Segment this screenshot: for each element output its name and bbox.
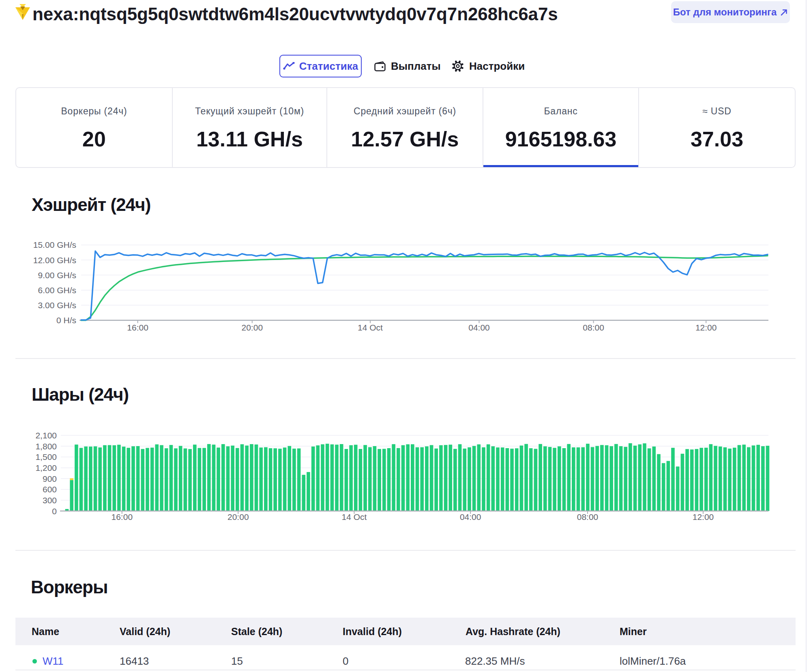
svg-text:16:00: 16:00 bbox=[127, 323, 148, 332]
svg-text:3.00 GH/s: 3.00 GH/s bbox=[38, 301, 76, 310]
svg-text:1,800: 1,800 bbox=[35, 442, 57, 451]
svg-text:2,100: 2,100 bbox=[35, 431, 57, 440]
svg-text:9.00 GH/s: 9.00 GH/s bbox=[38, 271, 76, 280]
svg-text:12:00: 12:00 bbox=[693, 512, 714, 522]
svg-text:14 Oct: 14 Oct bbox=[342, 512, 367, 522]
svg-text:6.00 GH/s: 6.00 GH/s bbox=[38, 286, 76, 295]
svg-text:900: 900 bbox=[43, 474, 57, 483]
svg-text:1,200: 1,200 bbox=[35, 463, 57, 472]
svg-text:12:00: 12:00 bbox=[695, 323, 717, 332]
svg-text:600: 600 bbox=[43, 485, 57, 494]
svg-text:12.00 GH/s: 12.00 GH/s bbox=[33, 255, 76, 265]
svg-text:04:00: 04:00 bbox=[460, 512, 481, 522]
svg-text:1,500: 1,500 bbox=[35, 452, 57, 462]
svg-text:16:00: 16:00 bbox=[112, 512, 133, 522]
svg-text:0 H/s: 0 H/s bbox=[56, 316, 76, 325]
svg-text:0: 0 bbox=[52, 507, 57, 516]
svg-text:20:00: 20:00 bbox=[227, 512, 249, 522]
svg-text:08:00: 08:00 bbox=[583, 323, 604, 332]
svg-text:15.00 GH/s: 15.00 GH/s bbox=[33, 240, 76, 249]
svg-text:14 Oct: 14 Oct bbox=[358, 323, 383, 332]
svg-text:300: 300 bbox=[43, 496, 57, 505]
svg-text:04:00: 04:00 bbox=[468, 323, 490, 332]
svg-text:08:00: 08:00 bbox=[577, 512, 599, 522]
svg-text:20:00: 20:00 bbox=[242, 323, 263, 332]
